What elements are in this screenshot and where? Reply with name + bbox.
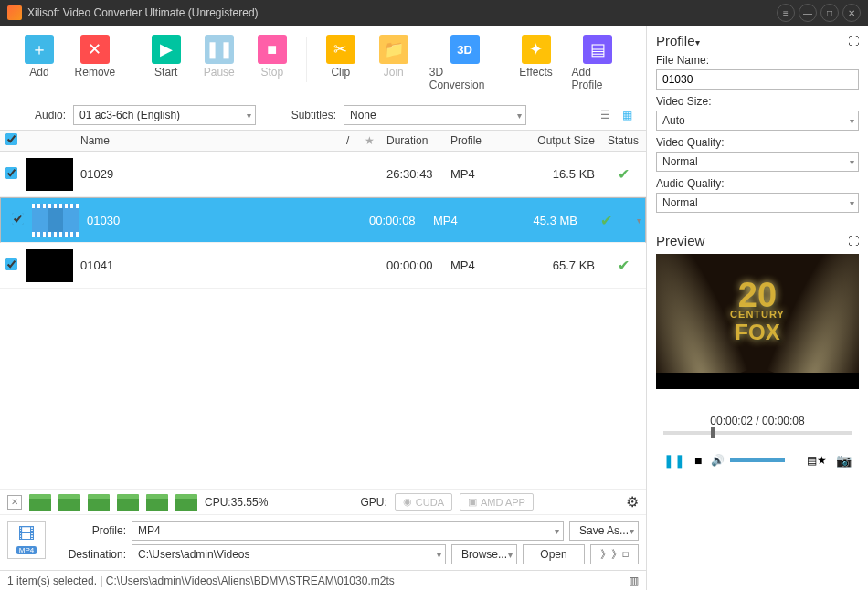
expand-icon[interactable]: ⛶ (848, 235, 859, 248)
snapshot-icon[interactable]: 📷 (836, 453, 852, 468)
amd-badge[interactable]: ▣AMD APP (460, 493, 534, 511)
clip-button[interactable]: ✂Clip (318, 31, 364, 82)
stop-icon: ■ (258, 35, 287, 64)
table-row[interactable]: 0104100:00:00MP465.7 KB✔ (0, 243, 646, 289)
row-checkbox[interactable] (12, 213, 24, 225)
plus-icon: ＋ (25, 35, 54, 64)
videosize-select[interactable]: Auto (656, 111, 859, 131)
table-row[interactable]: 0103000:00:08MP445.3 MB✔ (0, 197, 646, 243)
add-profile-button[interactable]: ▤Add Profile (566, 31, 630, 95)
thumbnail (26, 158, 73, 191)
play-pause-icon[interactable]: ❚❚ (663, 453, 685, 468)
destination-label: Destination: (55, 548, 126, 561)
preview-time: 00:00:02 / 00:00:08 (656, 415, 859, 427)
format-icon[interactable]: 🎞MP4 (7, 521, 46, 559)
cpu-core-icon (175, 494, 197, 511)
status-icon[interactable]: ▥ (629, 574, 639, 587)
profile-cell: MP4 (428, 214, 510, 227)
duration: 00:00:08 (364, 214, 428, 227)
open-button[interactable]: Open (523, 544, 585, 564)
close-button[interactable]: ✕ (842, 4, 861, 22)
file-name: 01030 (81, 214, 323, 227)
gpu-label: GPU: (360, 496, 386, 509)
scissors-icon: ✂ (326, 35, 355, 64)
col-size[interactable]: Output Size (527, 134, 600, 147)
wand-icon: ✦ (522, 35, 551, 64)
profile-icon: ▤ (583, 35, 612, 64)
col-name[interactable]: Name (75, 134, 341, 147)
3d-button[interactable]: 3D3D Conversion (424, 31, 506, 95)
add-button[interactable]: ＋Add (16, 31, 62, 82)
3d-icon: 3D (450, 35, 480, 64)
stop-button[interactable]: ■Stop (249, 31, 295, 82)
gear-icon[interactable]: ⚙ (626, 493, 639, 511)
cpu-core-icon (88, 494, 110, 511)
file-table: Name / ★ Duration Profile Output Size St… (0, 130, 646, 489)
profile-label: Profile: (55, 524, 126, 537)
maximize-button[interactable]: □ (820, 4, 839, 22)
preview-frame[interactable]: 20 CENTURY FOX HOME ENTERTAINMENT (656, 254, 859, 389)
col-status[interactable]: Status (600, 134, 646, 147)
subtitles-select[interactable]: None (344, 105, 526, 125)
menu-button[interactable]: ≡ (777, 4, 795, 22)
cpu-core-icon (146, 494, 168, 511)
audio-label: Audio: (11, 109, 66, 121)
col-duration[interactable]: Duration (381, 134, 445, 147)
window-title: Xilisoft Video Converter Ultimate (Unreg… (27, 6, 777, 19)
file-name: 01041 (75, 258, 341, 272)
profile-cell: MP4 (445, 167, 527, 181)
statusbar: 1 item(s) selected. | C:\Users\admin\Vid… (0, 570, 646, 590)
more-button[interactable]: 》》☐ (590, 544, 639, 564)
pause-icon: ❚❚ (205, 35, 234, 64)
table-row[interactable]: 0102926:30:43MP416.5 KB✔ (0, 152, 646, 197)
grid-view-icon[interactable]: ▦ (619, 109, 635, 121)
profile-cell: MP4 (445, 258, 527, 272)
titlebar: Xilisoft Video Converter Ultimate (Unreg… (0, 0, 868, 26)
volume-slider[interactable] (730, 458, 785, 462)
volume-icon[interactable]: 🔊 (711, 454, 725, 467)
row-checkbox[interactable] (5, 258, 17, 270)
stop-icon[interactable]: ■ (694, 453, 702, 468)
col-profile[interactable]: Profile (445, 134, 527, 147)
output-settings: 🎞MP4 Profile: MP4 Save As... Destination… (0, 514, 646, 570)
audio-select[interactable]: 01 ac3-6ch (English) (73, 105, 256, 125)
expand-icon[interactable]: ⛶ (848, 35, 859, 47)
cpu-core-icon (29, 494, 51, 511)
cuda-badge[interactable]: ◉CUDA (395, 493, 452, 511)
browse-button[interactable]: Browse... (451, 544, 517, 564)
check-icon: ✔ (600, 213, 612, 228)
size-cell: 45.3 MB (510, 214, 583, 227)
join-button[interactable]: 📁Join (371, 31, 417, 82)
performance-bar: ✕ CPU:35.55% GPU: ◉CUDA ▣AMD APP ⚙ (0, 489, 646, 514)
col-star[interactable]: ★ (359, 134, 381, 147)
save-as-button[interactable]: Save As... (569, 521, 639, 541)
play-icon: ▶ (152, 35, 181, 64)
start-button[interactable]: ▶Start (143, 31, 189, 82)
remove-button[interactable]: ✕Remove (69, 31, 121, 82)
subtitles-label: Subtitles: (281, 109, 336, 121)
seek-slider[interactable] (663, 431, 852, 435)
effects-button[interactable]: ✦Effects (513, 31, 559, 82)
size-cell: 16.5 KB (527, 167, 600, 181)
profile-select[interactable]: MP4 (132, 521, 564, 541)
list-view-icon[interactable]: ☰ (597, 109, 613, 121)
minimize-button[interactable]: — (799, 4, 817, 22)
pause-button[interactable]: ❚❚Pause (196, 31, 242, 82)
profile-panel: Profile▾ ⛶ File Name: Video Size: Auto V… (647, 26, 868, 226)
toolbar: ＋Add ✕Remove ▶Start ❚❚Pause ■Stop ✂Clip … (0, 26, 646, 100)
select-all-checkbox[interactable] (5, 133, 17, 145)
videoquality-select[interactable]: Normal (656, 152, 859, 172)
status-text: 1 item(s) selected. | C:\Users\admin\Vid… (7, 574, 395, 587)
playlist-icon[interactable]: ▤★ (807, 454, 827, 467)
audioquality-select[interactable]: Normal (656, 193, 859, 213)
core-close-icon[interactable]: ✕ (7, 495, 22, 510)
filename-input[interactable] (656, 69, 859, 90)
join-icon: 📁 (379, 35, 408, 64)
thumbnail (32, 204, 79, 237)
duration: 26:30:43 (381, 167, 445, 181)
x-icon: ✕ (80, 35, 110, 64)
duration: 00:00:00 (381, 258, 445, 272)
file-name: 01029 (75, 167, 341, 181)
destination-select[interactable]: C:\Users\admin\Videos (132, 544, 446, 564)
row-checkbox[interactable] (5, 167, 17, 179)
